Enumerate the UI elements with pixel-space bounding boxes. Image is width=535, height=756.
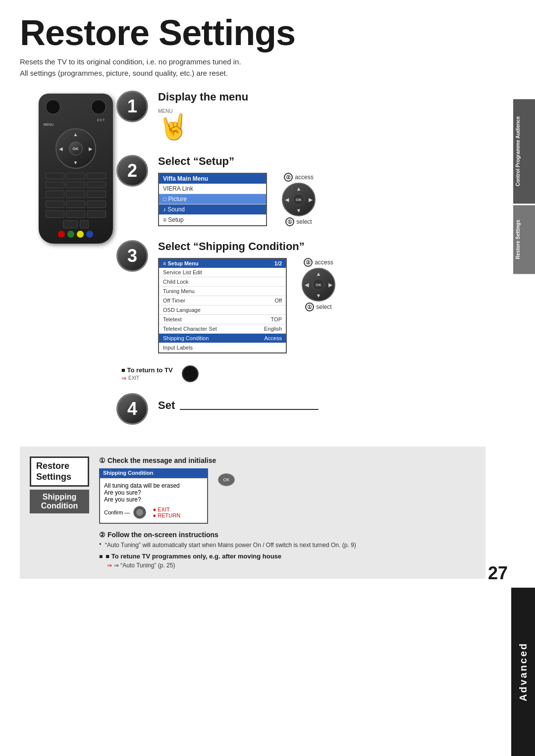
step-4: 4 Set (116, 391, 485, 425)
shipping-dialog: Shipping Condition All tuning data will … (99, 468, 208, 524)
confirm-icon (133, 506, 146, 519)
nav-arrows-step3: ② access ▲ ▼ ◀ ▶ OK ① (302, 258, 335, 311)
step-2: 2 Select “Setup” Viffa Main Menu VIERA L… (116, 153, 485, 226)
page-number: 27 (488, 563, 508, 584)
retune-arrow-icon: ⇒ (107, 562, 112, 569)
step-2-title: Select “Setup” (158, 155, 485, 168)
step-3: 3 Select “Shipping Condition” ≡ Setup Me… (116, 238, 485, 353)
page-title: Restore Settings (20, 15, 485, 50)
retune-title-row: ■ ■ To retune TV programmes only, e.g. a… (99, 553, 471, 560)
dialog-msg-2: Are you sure? (104, 489, 203, 496)
confirm-label: Confirm — (104, 509, 130, 515)
select-circle-3: ① (305, 302, 314, 311)
select-circle-2: ① (285, 217, 294, 226)
viera-menu-item-2: ♪ Sound (159, 204, 266, 215)
sidebar-tabs: Control Programme Audience Restore Setti… (513, 99, 535, 274)
step-1-number: 1 (116, 91, 148, 122)
restore-box: Restore Settings (30, 456, 89, 487)
setup-item-2: Tuning Menu (159, 287, 286, 296)
set-line (180, 409, 319, 410)
follow-area: ② Follow the on-screen instructions “Aut… (99, 531, 471, 569)
condition-dialog-box: All tuning data will be erased Are you s… (99, 477, 208, 524)
viera-menu: Viffa Main Menu VIERA Link □ Picture ♪ S… (158, 173, 267, 226)
viera-menu-item-1: □ Picture (159, 194, 266, 204)
dialog-msg-1: All tuning data will be erased (104, 482, 203, 489)
access-label-2: access (295, 174, 313, 181)
shipping-condition-box: ShippingCondition (30, 490, 89, 513)
setup-item-3: Off TimerOff (159, 296, 286, 305)
retune-sub-text: ⇒ “Auto Tuning” (p. 25) (114, 562, 175, 569)
access-circle-3: ② (304, 258, 313, 267)
setup-item-7: Shipping ConditionAccess (159, 334, 286, 343)
return-to-tv-label: ■ To return to TV (121, 366, 173, 374)
setup-menu: ≡ Setup Menu 1/2 Service List Edit Child… (158, 258, 287, 353)
follow-title: ② Follow the on-screen instructions (99, 531, 471, 539)
retune-title: ■ To retune TV programmes only, e.g. aft… (106, 553, 281, 560)
viera-menu-item-3: ≡ Setup (159, 215, 266, 225)
exit-text: EXIT (128, 375, 139, 381)
step-3-number: 3 (116, 240, 148, 272)
step-2-number: 2 (116, 155, 148, 187)
exit-button-remote (182, 365, 199, 382)
advanced-sidebar: Advanced (511, 588, 535, 756)
access-circle-2: ② (284, 173, 293, 182)
restore-title-1: Restore (36, 461, 83, 472)
check-title: ① Check the message and initialise (99, 456, 471, 464)
step-3-title: Select “Shipping Condition” (158, 240, 485, 253)
hand-icon: 🤘 (158, 112, 189, 141)
sidebar-tab-control[interactable]: Control Programme Audience (513, 99, 535, 203)
restore-settings-box: Restore Settings ShippingCondition (30, 456, 89, 513)
arrow-exit-icon: ⇒ (121, 375, 126, 382)
nav-arrows-step2: ② access ▲ ▼ ◀ ▶ OK ① (282, 173, 316, 226)
setup-item-4: OSD Language (159, 305, 286, 315)
auto-tuning-note: “Auto Tuning” will automatically start w… (99, 542, 471, 549)
remote-control: EXIT MENU ▲ ▼ ◀ ▶ OK (30, 94, 121, 244)
access-label-3: access (315, 259, 333, 266)
dialog-msg-3: Are you sure? (104, 496, 203, 503)
setup-menu-header: ≡ Setup Menu 1/2 (159, 259, 286, 268)
viera-menu-item-0: VIERA Link (159, 184, 266, 194)
setup-item-6: Teletext Character SetEnglish (159, 324, 286, 334)
step-1-title: Display the menu (158, 91, 485, 103)
shipping-condition-header: Shipping Condition (99, 468, 208, 477)
select-label-2: select (296, 218, 312, 225)
subtitle: Resets the TV to its original condition,… (20, 56, 485, 79)
exit-dot-label: ● EXIT (153, 506, 181, 512)
setup-item-5: TeletextTOP (159, 315, 286, 324)
setup-item-1: Child Lock (159, 277, 286, 287)
sidebar-tab-restore[interactable]: Restore Settings (513, 205, 535, 274)
viera-menu-header: Viffa Main Menu (159, 174, 266, 184)
step-4-number: 4 (116, 393, 148, 425)
setup-item-8: Input Labels (159, 343, 286, 353)
exit-label: EXIT (44, 118, 108, 122)
advanced-label: Advanced (518, 642, 529, 702)
step-1: 1 Display the menu MENU 🤘 (116, 89, 485, 141)
step-4-title: Set (158, 399, 175, 412)
restore-title-2: Settings (36, 472, 83, 483)
check-area: ① Check the message and initialise Shipp… (99, 456, 471, 569)
ok-button-icon: OK (218, 473, 235, 486)
setup-item-0: Service List Edit (159, 268, 286, 277)
select-label-3: select (316, 303, 331, 310)
menu-remote-label: MENU (44, 123, 54, 126)
return-dot-label: ● RETURN (153, 512, 181, 518)
confirm-row: Confirm — ● EXIT ● RETURN (104, 506, 203, 519)
retune-sub-row: ⇒ ⇒ “Auto Tuning” (p. 25) (99, 562, 471, 569)
bottom-section: Restore Settings ShippingCondition ① Che… (20, 447, 485, 579)
